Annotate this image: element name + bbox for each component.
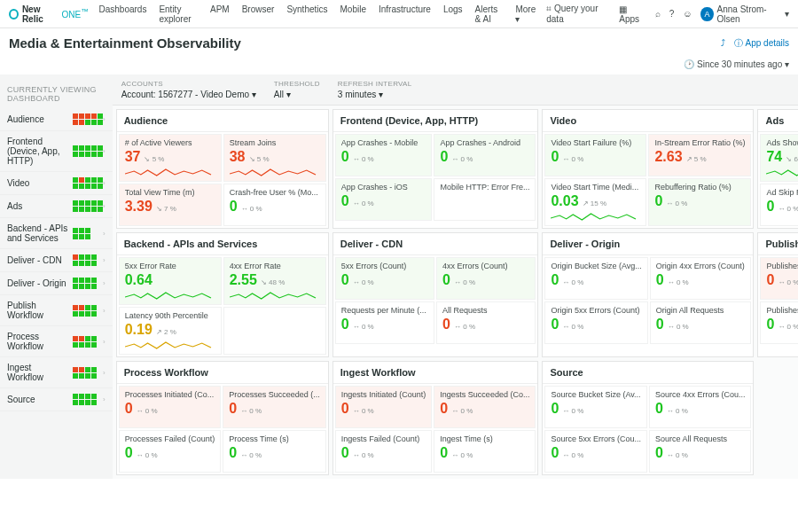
- metric-value: 0: [341, 149, 349, 165]
- sparkline: [766, 167, 798, 177]
- sidebar-item[interactable]: Frontend (Device, App, HTTP)›: [0, 131, 113, 172]
- metric-card[interactable]: App Crashes - Mobile0↔ 0 %: [335, 134, 433, 176]
- user-menu[interactable]: A Anna Strom-Olsen ▾: [700, 4, 789, 24]
- heatmap: [73, 200, 103, 212]
- nav-synthetics[interactable]: Synthetics: [286, 4, 327, 24]
- time-picker[interactable]: 🕑 Since 30 minutes ago ▾: [684, 59, 789, 69]
- section: Deliver - CDN5xx Errors (Count)0↔ 0 %4xx…: [332, 232, 539, 357]
- metric-value: 0: [229, 401, 237, 417]
- metric-card[interactable]: Video Start Failure (%)0↔ 0 %: [544, 134, 646, 176]
- nav-mobile[interactable]: Mobile: [340, 4, 366, 24]
- metric-trend: ↔ 0 %: [451, 155, 473, 163]
- sidebar-heading: CURRENTLY VIEWING DASHBOARD: [0, 80, 113, 108]
- metric-card[interactable]: Ad Skip Ratio0↔ 0 %: [760, 184, 798, 226]
- metric-value: 0: [766, 272, 774, 288]
- metric-trend: ↗ 2 %: [156, 328, 176, 336]
- metric-card[interactable]: Latency 90th Percentile0.19↗ 2 %: [119, 307, 222, 355]
- nav-browser[interactable]: Browser: [242, 4, 275, 24]
- metric-card[interactable]: All Requests0↔ 0 %: [436, 301, 536, 344]
- metric-card[interactable]: Processes Initiated (Co...0↔ 0 %: [119, 386, 222, 428]
- account-picker[interactable]: Account: 1567277 - Video Demo ▾: [121, 90, 256, 99]
- metric-card[interactable]: 4xx Errors (Count)0↔ 0 %: [436, 257, 536, 300]
- section-heading: Deliver - Origin: [543, 233, 753, 255]
- metric-card[interactable]: Process Time (s)0↔ 0 %: [223, 430, 326, 473]
- sidebar-item[interactable]: Backend - APIs and Services›: [0, 218, 113, 249]
- sidebar-item[interactable]: Source›: [0, 388, 113, 411]
- metric-card[interactable]: Requests per Minute (...0↔ 0 %: [335, 301, 434, 344]
- metric-card[interactable]: Ingests Succeeded (Co...0↔ 0 %: [434, 386, 536, 428]
- filter-bar: ACCOUNTS Account: 1567277 - Video Demo ▾…: [113, 74, 798, 106]
- metric-card[interactable]: Processes Failed (Count)0↔ 0 %: [119, 430, 222, 473]
- metric-card[interactable]: Publishes Failed (Count)0↔ 0 %: [760, 301, 798, 344]
- metric-card[interactable]: Ingest Time (s)0↔ 0 %: [434, 430, 536, 473]
- sidebar-item[interactable]: Ingest Workflow›: [0, 357, 113, 388]
- metric-card[interactable]: # of Active Viewers37↘ 5 %: [119, 134, 222, 182]
- nav-alerts-ai[interactable]: Alerts & AI: [475, 4, 504, 24]
- section-heading: Publish Workflow: [758, 233, 798, 255]
- chevron-right-icon: ›: [103, 395, 106, 403]
- nav-logs[interactable]: Logs: [443, 4, 463, 24]
- metric-card[interactable]: Processes Succeeded (...0↔ 0 %: [223, 386, 326, 428]
- heatmap: [73, 336, 103, 348]
- chevron-down-icon: ▾: [785, 9, 789, 19]
- metric-card[interactable]: App Crashes - Android0↔ 0 %: [434, 134, 536, 176]
- metric-card[interactable]: Source Bucket Size (Av...0↔ 0 %: [544, 386, 647, 428]
- metric-value: 0: [230, 199, 238, 215]
- metric-card[interactable]: Total View Time (m)3.39↘ 7 %: [119, 184, 222, 226]
- section: Audience# of Active Viewers37↘ 5 %Stream…: [116, 109, 329, 229]
- metric-card[interactable]: Ingests Initiated (Count)0↔ 0 %: [335, 386, 433, 428]
- metric-card[interactable]: 4xx Error Rate2.55↘ 48 %: [223, 257, 326, 305]
- query-link[interactable]: ⌗ Query your data: [546, 4, 610, 24]
- sparkline: [551, 211, 640, 222]
- metric-card[interactable]: Source 5xx Errors (Cou...0↔ 0 %: [544, 430, 647, 473]
- sidebar-item[interactable]: Ads›: [0, 195, 113, 218]
- metric-card[interactable]: Origin Bucket Size (Avg...0↔ 0 %: [544, 257, 647, 300]
- heatmap: [73, 278, 103, 289]
- metric-card[interactable]: 5xx Error Rate0.64: [119, 257, 222, 305]
- metric-card[interactable]: Stream Joins38↘ 5 %: [223, 134, 326, 182]
- metric-card[interactable]: Origin 5xx Errors (Count)0↔ 0 %: [544, 301, 647, 344]
- app-details-link[interactable]: ⓘ App details: [734, 37, 789, 50]
- sidebar-item[interactable]: Deliver - CDN›: [0, 249, 113, 272]
- nav-apm[interactable]: APM: [210, 4, 230, 24]
- section: VideoVideo Start Failure (%)0↔ 0 %In-Str…: [542, 109, 754, 229]
- sidebar-item[interactable]: Deliver - Origin›: [0, 272, 113, 295]
- metric-card[interactable]: Mobile HTTP: Error Fre...: [434, 178, 536, 221]
- metric-card[interactable]: Source 4xx Errors (Cou...0↔ 0 %: [649, 386, 752, 428]
- sidebar-item[interactable]: Audience›: [0, 108, 113, 131]
- share-icon[interactable]: ⤴: [721, 38, 725, 48]
- threshold-picker[interactable]: All ▾: [274, 90, 320, 99]
- section-heading: Backend - APIs and Services: [117, 233, 328, 255]
- metric-card[interactable]: Crash-free User % (Mo...0↔ 0 %: [223, 184, 326, 226]
- help-icon[interactable]: ?: [669, 9, 675, 19]
- sidebar-item[interactable]: Publish Workflow›: [0, 295, 113, 326]
- metric-card[interactable]: Origin All Requests0↔ 0 %: [650, 301, 752, 344]
- metric-card[interactable]: App Crashes - iOS0↔ 0 %: [335, 178, 433, 221]
- metric-card[interactable]: [223, 307, 326, 355]
- metric-card[interactable]: Publishes Initiated (Co...0↔ 0 %: [760, 257, 798, 300]
- nav-dashboards[interactable]: Dashboards: [98, 4, 146, 24]
- metric-trend: ↔ 0 %: [240, 407, 262, 415]
- search-icon[interactable]: ⌕: [655, 9, 661, 19]
- metric-card[interactable]: Video Start Time (Medi...0.03↗ 15 %: [544, 178, 646, 226]
- logo[interactable]: New Relic ONE™: [9, 4, 88, 24]
- metric-card[interactable]: Source All Requests0↔ 0 %: [649, 430, 752, 473]
- metric-card[interactable]: Origin 4xx Errors (Count)0↔ 0 %: [650, 257, 752, 300]
- nav-infrastructure[interactable]: Infrastructure: [379, 4, 431, 24]
- metric-card[interactable]: 5xx Errors (Count)0↔ 0 %: [335, 257, 434, 300]
- sidebar-item[interactable]: Process Workflow›: [0, 326, 113, 357]
- metric-trend: ↔ 0 %: [240, 451, 262, 459]
- refresh-picker[interactable]: 3 minutes ▾: [338, 90, 412, 99]
- metric-card[interactable]: In-Stream Error Ratio (%)2.63↗ 5 %: [648, 134, 751, 176]
- metric-card[interactable]: Rebuffering Ratio (%)0↔ 0 %: [648, 178, 751, 226]
- sidebar-item[interactable]: Video›: [0, 172, 113, 195]
- nav-entity-explorer[interactable]: Entity explorer: [159, 4, 198, 24]
- metric-card[interactable]: Ads Shown74↘ 6 %: [760, 134, 798, 182]
- metric-trend: ↔ 0 %: [668, 278, 689, 286]
- apps-link[interactable]: ▦ Apps: [619, 4, 645, 24]
- metric-trend: ↔ 0 %: [562, 155, 583, 163]
- nav-more[interactable]: More ▾: [515, 4, 536, 24]
- chevron-right-icon: ›: [103, 147, 106, 155]
- feedback-icon[interactable]: ☺: [683, 9, 692, 19]
- metric-card[interactable]: Ingests Failed (Count)0↔ 0 %: [335, 430, 433, 473]
